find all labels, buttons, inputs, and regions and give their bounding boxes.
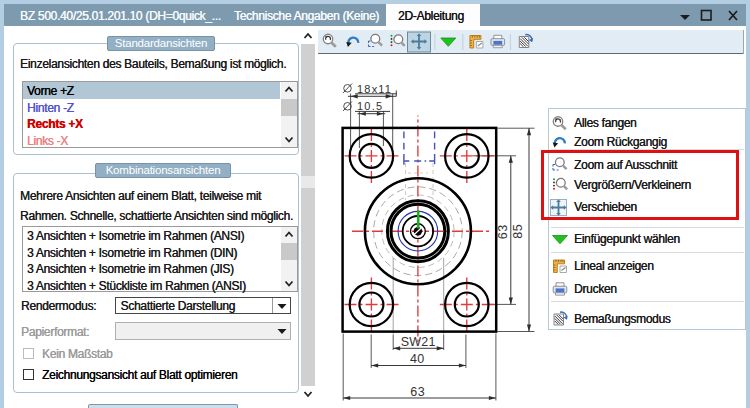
svg-text:63: 63 xyxy=(496,224,510,239)
svg-text:18x11: 18x11 xyxy=(357,83,392,95)
svg-text:40: 40 xyxy=(410,352,425,366)
svg-text:63: 63 xyxy=(410,385,425,399)
svg-text:85: 85 xyxy=(511,224,525,239)
svg-text:10.5: 10.5 xyxy=(357,100,383,112)
